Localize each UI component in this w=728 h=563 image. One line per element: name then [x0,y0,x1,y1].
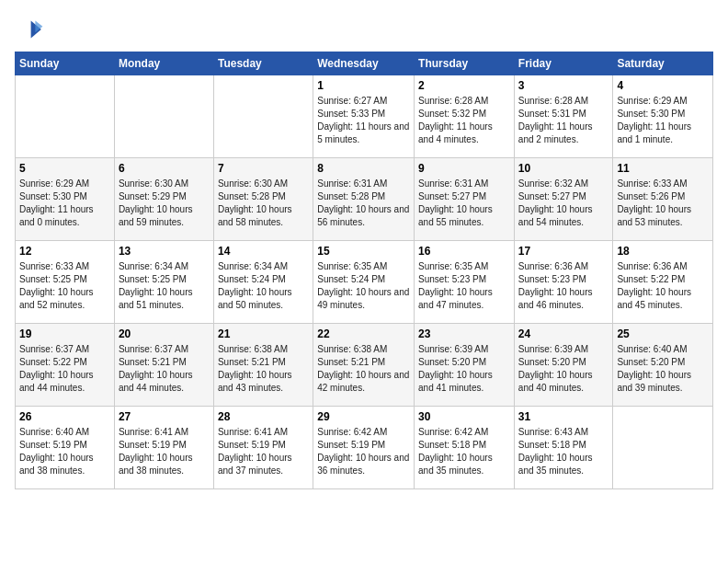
day-cell: 9Sunrise: 6:31 AM Sunset: 5:27 PM Daylig… [415,158,515,241]
day-number: 6 [119,162,210,175]
day-number: 13 [119,245,210,258]
day-cell: 7Sunrise: 6:30 AM Sunset: 5:28 PM Daylig… [213,158,313,241]
day-info: Sunrise: 6:39 AM Sunset: 5:20 PM Dayligh… [418,343,510,395]
week-row-1: 1Sunrise: 6:27 AM Sunset: 5:33 PM Daylig… [16,75,713,158]
day-info: Sunrise: 6:34 AM Sunset: 5:24 PM Dayligh… [218,260,309,312]
day-number: 9 [418,162,510,175]
day-info: Sunrise: 6:43 AM Sunset: 5:18 PM Dayligh… [518,426,609,477]
day-number: 16 [418,245,510,258]
day-cell [613,407,713,489]
page-header [15,15,713,44]
day-info: Sunrise: 6:36 AM Sunset: 5:23 PM Dayligh… [518,260,609,312]
col-header-monday: Monday [114,52,213,75]
day-cell: 28Sunrise: 6:41 AM Sunset: 5:19 PM Dayli… [213,407,313,489]
day-info: Sunrise: 6:38 AM Sunset: 5:21 PM Dayligh… [317,343,410,395]
week-row-5: 26Sunrise: 6:40 AM Sunset: 5:19 PM Dayli… [16,407,713,489]
day-cell: 14Sunrise: 6:34 AM Sunset: 5:24 PM Dayli… [213,241,313,324]
day-cell: 1Sunrise: 6:27 AM Sunset: 5:33 PM Daylig… [313,75,415,158]
day-cell: 4Sunrise: 6:29 AM Sunset: 5:30 PM Daylig… [613,75,713,158]
day-cell: 16Sunrise: 6:35 AM Sunset: 5:23 PM Dayli… [415,241,515,324]
day-cell: 23Sunrise: 6:39 AM Sunset: 5:20 PM Dayli… [415,324,515,407]
week-row-4: 19Sunrise: 6:37 AM Sunset: 5:22 PM Dayli… [16,324,713,407]
day-info: Sunrise: 6:37 AM Sunset: 5:22 PM Dayligh… [19,343,110,395]
day-number: 26 [19,410,110,423]
day-number: 8 [317,162,410,175]
day-info: Sunrise: 6:35 AM Sunset: 5:23 PM Dayligh… [418,260,510,312]
day-number: 7 [218,162,309,175]
day-number: 20 [119,327,210,340]
day-info: Sunrise: 6:35 AM Sunset: 5:24 PM Dayligh… [317,260,410,312]
day-info: Sunrise: 6:41 AM Sunset: 5:19 PM Dayligh… [218,426,309,477]
day-info: Sunrise: 6:37 AM Sunset: 5:21 PM Dayligh… [119,343,210,395]
week-row-3: 12Sunrise: 6:33 AM Sunset: 5:25 PM Dayli… [16,241,713,324]
col-header-friday: Friday [514,52,613,75]
day-number: 24 [518,327,609,340]
day-info: Sunrise: 6:40 AM Sunset: 5:19 PM Dayligh… [19,426,110,477]
day-info: Sunrise: 6:42 AM Sunset: 5:19 PM Dayligh… [317,426,410,477]
day-cell: 29Sunrise: 6:42 AM Sunset: 5:19 PM Dayli… [313,407,415,489]
day-number: 21 [218,327,309,340]
day-number: 30 [418,410,510,423]
day-info: Sunrise: 6:33 AM Sunset: 5:25 PM Dayligh… [19,260,110,312]
day-info: Sunrise: 6:33 AM Sunset: 5:26 PM Dayligh… [617,178,709,229]
day-number: 3 [518,79,609,92]
day-info: Sunrise: 6:31 AM Sunset: 5:27 PM Dayligh… [418,178,510,229]
col-header-thursday: Thursday [415,52,515,75]
col-header-tuesday: Tuesday [213,52,313,75]
col-header-saturday: Saturday [613,52,713,75]
day-number: 29 [317,410,410,423]
day-number: 15 [317,245,410,258]
day-cell: 11Sunrise: 6:33 AM Sunset: 5:26 PM Dayli… [613,158,713,241]
day-number: 23 [418,327,510,340]
day-number: 5 [19,162,110,175]
day-info: Sunrise: 6:28 AM Sunset: 5:31 PM Dayligh… [518,95,609,146]
day-cell: 24Sunrise: 6:39 AM Sunset: 5:20 PM Dayli… [514,324,613,407]
day-info: Sunrise: 6:41 AM Sunset: 5:19 PM Dayligh… [119,426,210,477]
day-number: 31 [518,410,609,423]
day-info: Sunrise: 6:32 AM Sunset: 5:27 PM Dayligh… [518,178,609,229]
calendar-header-row: SundayMondayTuesdayWednesdayThursdayFrid… [16,52,713,75]
day-cell: 22Sunrise: 6:38 AM Sunset: 5:21 PM Dayli… [313,324,415,407]
day-cell: 5Sunrise: 6:29 AM Sunset: 5:30 PM Daylig… [16,158,115,241]
week-row-2: 5Sunrise: 6:29 AM Sunset: 5:30 PM Daylig… [16,158,713,241]
day-number: 17 [518,245,609,258]
day-cell: 30Sunrise: 6:42 AM Sunset: 5:18 PM Dayli… [415,407,515,489]
day-info: Sunrise: 6:28 AM Sunset: 5:32 PM Dayligh… [418,95,510,146]
day-number: 27 [119,410,210,423]
day-number: 25 [617,327,709,340]
day-cell: 8Sunrise: 6:31 AM Sunset: 5:28 PM Daylig… [313,158,415,241]
day-info: Sunrise: 6:40 AM Sunset: 5:20 PM Dayligh… [617,343,709,395]
day-cell: 20Sunrise: 6:37 AM Sunset: 5:21 PM Dayli… [114,324,213,407]
day-number: 11 [617,162,709,175]
day-cell: 26Sunrise: 6:40 AM Sunset: 5:19 PM Dayli… [16,407,115,489]
day-info: Sunrise: 6:29 AM Sunset: 5:30 PM Dayligh… [19,178,110,229]
day-cell: 13Sunrise: 6:34 AM Sunset: 5:25 PM Dayli… [114,241,213,324]
day-info: Sunrise: 6:27 AM Sunset: 5:33 PM Dayligh… [317,95,410,146]
day-cell: 27Sunrise: 6:41 AM Sunset: 5:19 PM Dayli… [114,407,213,489]
logo [15,15,48,44]
day-cell: 3Sunrise: 6:28 AM Sunset: 5:31 PM Daylig… [514,75,613,158]
day-cell [16,75,115,158]
day-info: Sunrise: 6:30 AM Sunset: 5:28 PM Dayligh… [218,178,309,229]
col-header-wednesday: Wednesday [313,52,415,75]
logo-icon [15,15,44,44]
day-cell [213,75,313,158]
day-info: Sunrise: 6:29 AM Sunset: 5:30 PM Dayligh… [617,95,709,146]
day-number: 22 [317,327,410,340]
day-cell: 17Sunrise: 6:36 AM Sunset: 5:23 PM Dayli… [514,241,613,324]
day-info: Sunrise: 6:38 AM Sunset: 5:21 PM Dayligh… [218,343,309,395]
day-number: 19 [19,327,110,340]
day-number: 1 [317,79,410,92]
day-cell: 2Sunrise: 6:28 AM Sunset: 5:32 PM Daylig… [415,75,515,158]
day-cell: 19Sunrise: 6:37 AM Sunset: 5:22 PM Dayli… [16,324,115,407]
day-cell: 6Sunrise: 6:30 AM Sunset: 5:29 PM Daylig… [114,158,213,241]
day-number: 18 [617,245,709,258]
day-cell: 18Sunrise: 6:36 AM Sunset: 5:22 PM Dayli… [613,241,713,324]
day-number: 12 [19,245,110,258]
day-cell: 31Sunrise: 6:43 AM Sunset: 5:18 PM Dayli… [514,407,613,489]
day-number: 4 [617,79,709,92]
calendar-table: SundayMondayTuesdayWednesdayThursdayFrid… [15,52,713,489]
day-number: 10 [518,162,609,175]
day-number: 14 [218,245,309,258]
day-info: Sunrise: 6:36 AM Sunset: 5:22 PM Dayligh… [617,260,709,312]
